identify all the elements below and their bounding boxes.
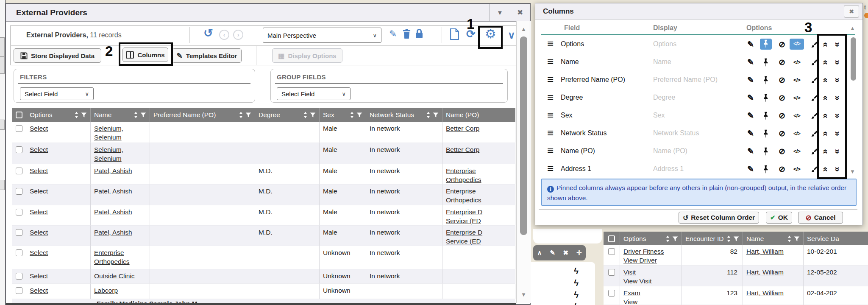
hide-icon[interactable]: ⊘ [776,93,788,103]
edit-icon[interactable]: ✎ [745,75,757,85]
pin-icon[interactable] [760,39,772,50]
provider-name-link[interactable]: Patel, Ashish [94,187,132,195]
name-po-link[interactable]: Enterprise DService (ED [446,208,482,224]
select-all-checkbox[interactable] [608,235,615,242]
edit-icon[interactable]: ✎ [745,129,757,139]
row-checkbox[interactable] [16,273,22,280]
group-field-select[interactable]: Select Field ∨ [277,87,351,100]
hide-icon[interactable]: ⊘ [776,75,788,85]
drag-handle-icon[interactable]: ≡ [547,75,554,84]
store-displayed-data-button[interactable]: Store Displayed Data [14,48,101,63]
pin-icon[interactable] [760,75,772,85]
hide-icon[interactable]: ⊘ [776,146,788,157]
column-header-name-po[interactable]: Name (PO) [442,108,515,122]
name-po-link[interactable]: Better Corp [446,125,479,132]
move-up-icon[interactable]: « [820,93,832,104]
brush-icon[interactable] [808,164,820,174]
move-down-icon[interactable]: » [832,146,844,157]
column-header-preferred-name[interactable]: Preferred Name (PO) [150,108,255,122]
code-icon[interactable]: </> [790,75,804,85]
column-header-name[interactable]: Name [743,232,804,246]
row-checkbox[interactable] [16,125,22,132]
code-icon[interactable]: </> [790,93,804,103]
drag-handle-icon[interactable]: ≡ [547,57,554,66]
name-po-link[interactable]: EnterpriseOrthopedics [446,187,481,204]
column-header-encounter-id[interactable]: Encounter ID [682,232,743,246]
brush-icon[interactable] [808,146,820,157]
cancel-button[interactable]: ⊘ Cancel [798,212,843,224]
window-close-button[interactable]: ✖ [510,4,530,21]
select-link[interactable]: Select [30,167,48,174]
column-header-options[interactable]: Options [26,108,91,122]
move-up-icon[interactable]: « [820,75,832,86]
ok-button[interactable]: ✔ OK [766,212,792,224]
brush-icon[interactable] [808,75,820,85]
move-up-icon[interactable]: « [820,146,832,157]
code-icon[interactable]: </> [790,129,804,139]
edit-icon[interactable]: ✎ [745,111,757,121]
scroll-down-icon[interactable]: ▼ [521,292,526,297]
collapse-icon[interactable]: ∧ [537,249,542,257]
drag-handle-icon[interactable]: ≡ [547,146,554,155]
drag-handle-icon[interactable]: ≡ [547,110,554,120]
window-scrollbar[interactable]: ▲ ▼ [516,21,531,303]
edit-icon[interactable]: ✎ [745,164,757,174]
trash-icon[interactable] [403,29,411,40]
select-link[interactable]: Select [30,187,48,195]
filters-field-select[interactable]: Select Field ∨ [20,87,94,100]
row-checkbox[interactable] [16,209,22,215]
pin-icon[interactable] [760,57,772,67]
dialog-scrollbar-thumb[interactable] [851,37,856,81]
select-link[interactable]: Select [30,287,48,294]
move-up-icon[interactable]: « [820,129,832,139]
drag-handle-icon[interactable]: ≡ [547,39,554,48]
row-checkbox[interactable] [16,146,22,153]
move-down-icon[interactable]: » [832,57,844,68]
pin-icon[interactable] [760,164,772,174]
brush-icon[interactable] [808,57,820,67]
column-header-service-date[interactable]: Service Da [804,232,868,246]
provider-name-link[interactable]: Labcorp [94,287,118,294]
code-icon[interactable]: </> [790,146,804,157]
reset-column-order-button[interactable]: ↺ Reset Column Order [679,212,759,224]
column-header-options[interactable]: Options [620,232,682,246]
code-icon[interactable]: </> [790,111,804,121]
move-down-icon[interactable]: » [832,93,844,104]
edit-icon[interactable]: ✎ [745,93,757,103]
select-link[interactable]: Select [30,208,48,215]
hide-icon[interactable]: ⊘ [776,129,788,139]
select-link[interactable]: Select [30,249,48,256]
select-link[interactable]: Select [30,229,48,236]
edit-icon[interactable]: ✎ [550,249,555,257]
move-up-icon[interactable]: « [820,39,832,50]
row-checkbox[interactable] [16,249,22,256]
row-checkbox[interactable] [608,248,615,255]
encounter-view-link[interactable]: View Visit [623,277,652,285]
pin-icon[interactable] [760,111,772,121]
row-checkbox[interactable] [608,290,615,297]
column-header-degree[interactable]: Degree [255,108,320,122]
move-down-icon[interactable]: » [832,39,844,50]
row-checkbox[interactable] [16,229,22,236]
name-po-link[interactable]: Better Corp [446,146,479,153]
brush-icon[interactable] [808,39,820,50]
brush-icon[interactable] [808,111,820,121]
new-document-icon[interactable] [450,28,459,41]
pin-icon[interactable] [760,93,772,103]
scroll-up-icon[interactable]: ▲ [850,25,855,31]
perspective-select[interactable]: Main Perspective ∨ [263,28,381,43]
code-icon[interactable]: </> [790,57,804,67]
provider-name-link[interactable]: Outside Clinic [94,272,135,280]
edit-icon[interactable]: ✎ [745,39,757,50]
undo-icon[interactable]: ↺ [203,28,213,39]
edit-icon[interactable]: ✎ [745,146,757,157]
brush-icon[interactable] [808,93,820,103]
hide-icon[interactable]: ⊘ [776,57,788,67]
row-checkbox[interactable] [16,188,22,195]
column-header-sex[interactable]: Sex [320,108,366,122]
hide-icon[interactable]: ⊘ [776,111,788,121]
encounter-view-link[interactable]: View [623,298,637,305]
provider-name-link[interactable]: Patel, Ashish [94,208,132,215]
provider-name-link[interactable]: EnterpriseOrthopedics [94,249,130,265]
row-checkbox[interactable] [608,269,615,276]
